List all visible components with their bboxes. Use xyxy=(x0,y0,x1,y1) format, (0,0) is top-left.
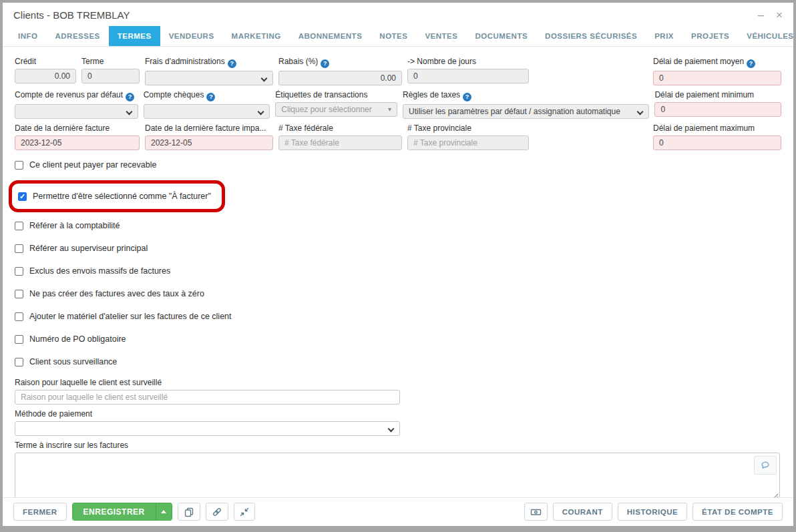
checkbox-row[interactable]: Référer au superviseur principal xyxy=(15,242,148,255)
window-title: Clients - BOB TREMBLAY xyxy=(13,9,130,21)
courant-button[interactable]: COURANT xyxy=(553,503,612,521)
title-bar: Clients - BOB TREMBLAY – × xyxy=(3,3,793,22)
compte-revenus-select[interactable] xyxy=(15,104,138,119)
etiquettes-select[interactable]: Cliquez pour sélectionner▾ xyxy=(275,102,397,117)
delai-min-label: Délai de paiement minimum xyxy=(654,90,781,99)
tab-documents[interactable]: DOCUMENTS xyxy=(466,26,536,46)
checkbox-label: Référer à la comptabilité xyxy=(29,221,120,230)
enregistrer-split-button[interactable]: ENREGISTRER xyxy=(72,503,172,521)
compte-revenus-label: Compte de revenus par défaut xyxy=(15,90,123,99)
regles-taxes-select[interactable]: Utiliser les paramètres par défaut / ass… xyxy=(403,104,649,119)
help-icon[interactable]: ? xyxy=(126,93,134,101)
delai-moyen-label: Délai de paiement moyen xyxy=(653,57,744,66)
chevron-down-icon xyxy=(258,109,264,115)
delai-max-label: Délai de paiement maximum xyxy=(653,123,781,133)
tab-info[interactable]: INFO xyxy=(9,26,46,46)
close-icon[interactable]: × xyxy=(776,9,783,21)
checkbox-row[interactable]: Ajouter le matériel d'atelier sur les fa… xyxy=(15,310,232,323)
date-derniere-facture-input[interactable] xyxy=(15,136,140,150)
tab-abonnements[interactable]: ABONNEMENTS xyxy=(290,26,371,46)
terme-factures-label: Terme à inscrire sur les factures xyxy=(15,441,780,450)
terme-label: Terme xyxy=(81,57,140,66)
tab-dossiers-sécurisés[interactable]: DOSSIERS SÉCURISÉS xyxy=(536,26,646,46)
help-icon[interactable]: ? xyxy=(228,59,236,68)
checkbox-row[interactable]: Permettre d'être sélectionné comme "À fa… xyxy=(18,190,211,203)
enregistrer-dropdown-toggle[interactable] xyxy=(156,503,172,520)
checkbox-label: Référer au superviseur principal xyxy=(29,244,148,253)
historique-button[interactable]: HISTORIQUE xyxy=(618,503,687,521)
checkbox-label: Numéro de PO obligatoire xyxy=(29,334,126,344)
compte-cheques-select[interactable] xyxy=(144,104,270,119)
tab-marketing[interactable]: MARKETING xyxy=(223,26,290,46)
date-derniere-facture-label: Date de la dernière facture xyxy=(15,123,140,133)
tab-adresses[interactable]: ADRESSES xyxy=(46,26,108,46)
help-icon[interactable]: ? xyxy=(463,93,471,101)
compte-cheques-label: Compte chèques xyxy=(144,90,204,99)
payment-button[interactable] xyxy=(524,503,548,521)
taxe-provinciale-input[interactable] xyxy=(407,136,529,150)
help-icon[interactable]: ? xyxy=(747,59,755,68)
checkbox-unchecked-icon[interactable] xyxy=(15,335,23,344)
help-icon[interactable]: ? xyxy=(206,93,215,101)
tab-véhicules[interactable]: VÉHICULES xyxy=(738,26,796,46)
tab-vendeurs[interactable]: VENDEURS xyxy=(160,26,223,46)
fermer-button[interactable]: FERMER xyxy=(13,503,67,521)
etat-de-compte-button[interactable]: ÉTAT DE COMPTE xyxy=(692,503,783,521)
credit-label: Crédit xyxy=(15,57,76,66)
speech-bubble-icon xyxy=(760,460,771,471)
credit-input[interactable] xyxy=(15,69,76,83)
help-icon[interactable]: ? xyxy=(321,59,329,68)
rabais-label: Rabais (%) xyxy=(278,57,318,66)
checkbox-label: Ne pas créer des factures avec des taux … xyxy=(29,289,204,298)
etiquettes-label: Étiquettes de transactions xyxy=(275,90,397,99)
raison-surveillance-label: Raison pour laquelle le client est surve… xyxy=(15,378,400,387)
checkbox-checked-icon[interactable] xyxy=(18,192,27,201)
date-derniere-impayee-label: Date de la dernière facture impa... xyxy=(145,123,273,133)
chevron-down-icon: ▾ xyxy=(388,105,391,113)
checkbox-unchecked-icon[interactable] xyxy=(15,312,23,321)
date-derniere-impayee-input[interactable] xyxy=(145,136,273,150)
terme-factures-textarea[interactable] xyxy=(15,453,780,497)
checkbox-row[interactable]: Client sous surveillance xyxy=(15,355,117,368)
checkbox-unchecked-icon[interactable] xyxy=(15,358,23,366)
checkbox-unchecked-icon[interactable] xyxy=(15,267,23,276)
checkbox-row[interactable]: Ce client peut payer par recevable xyxy=(15,158,156,172)
minimize-icon[interactable]: – xyxy=(758,9,764,21)
tab-termes[interactable]: TERMES xyxy=(109,26,160,46)
checkbox-row[interactable]: Référer à la comptabilité xyxy=(15,219,120,232)
delai-max-input[interactable] xyxy=(653,136,781,150)
checkbox-unchecked-icon[interactable] xyxy=(15,244,23,253)
checkbox-row[interactable]: Ne pas créer des factures avec des taux … xyxy=(15,287,204,300)
client-window: Clients - BOB TREMBLAY – × INFOADRESSEST… xyxy=(3,3,793,526)
termes-form: Crédit Terme Frais d'administrations? Ra… xyxy=(3,47,793,497)
tab-prix[interactable]: PRIX xyxy=(646,26,682,46)
enregistrer-button[interactable]: ENREGISTRER xyxy=(73,503,156,520)
checkbox-unchecked-icon[interactable] xyxy=(15,161,23,170)
frais-admin-select[interactable] xyxy=(145,71,273,85)
methode-paiement-select[interactable] xyxy=(15,421,400,436)
tab-notes[interactable]: NOTES xyxy=(371,26,416,46)
delai-min-input[interactable] xyxy=(654,102,781,117)
raison-surveillance-input[interactable] xyxy=(15,390,400,405)
delai-moyen-input[interactable] xyxy=(653,71,781,85)
taxe-federale-input[interactable] xyxy=(278,136,402,150)
link-icon xyxy=(212,507,222,517)
chevron-down-icon xyxy=(388,426,395,433)
checkbox-label: Permettre d'être sélectionné comme "À fa… xyxy=(33,192,211,201)
methode-paiement-label: Méthode de paiement xyxy=(15,409,400,419)
checkbox-label: Client sous surveillance xyxy=(29,357,117,366)
checkbox-unchecked-icon[interactable] xyxy=(15,222,23,230)
link-button[interactable] xyxy=(206,503,228,521)
checkbox-row[interactable]: Numéro de PO obligatoire xyxy=(15,332,126,346)
duplicate-button[interactable] xyxy=(178,503,200,521)
terme-input[interactable] xyxy=(81,69,140,83)
checkbox-row[interactable]: Exclus des envois massifs de factures xyxy=(15,264,170,278)
nombre-jours-input[interactable] xyxy=(407,69,529,83)
checkbox-unchecked-icon[interactable] xyxy=(15,290,23,298)
tab-ventes[interactable]: VENTES xyxy=(416,26,466,46)
rabais-input[interactable] xyxy=(278,71,402,85)
copy-icon xyxy=(184,507,194,517)
collapse-button[interactable] xyxy=(234,503,255,521)
comment-button[interactable] xyxy=(754,456,777,475)
tab-projets[interactable]: PROJETS xyxy=(682,26,738,46)
